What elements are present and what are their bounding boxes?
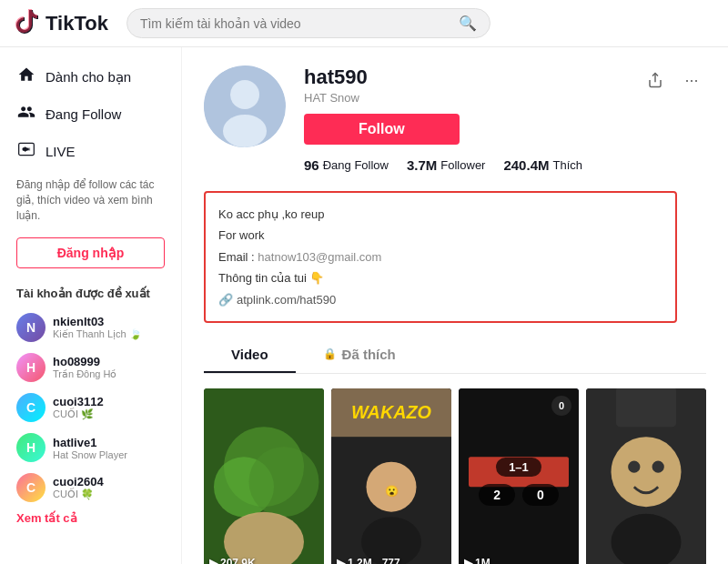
app: TikTok 🔍 Dành cho bạn Đang Follow <box>0 0 728 564</box>
follow-button[interactable]: Follow <box>304 114 460 145</box>
bio-link-text[interactable]: atplink.com/hat590 <box>237 289 336 310</box>
suggest-username-5: cuoi2604 <box>53 475 165 488</box>
svg-point-22 <box>628 461 640 473</box>
lock-icon: 🔒 <box>323 347 337 360</box>
video-thumb-1[interactable]: ▶ 207.9K <box>204 388 324 564</box>
logo[interactable]: TikTok <box>15 8 108 39</box>
svg-point-21 <box>612 437 682 507</box>
tab-liked[interactable]: 🔒 Đã thích <box>296 337 423 373</box>
bio-line-2: For work <box>218 225 662 246</box>
sidebar-item-danh-cho-ban[interactable]: Dành cho bạn <box>7 58 174 96</box>
sidebar: Dành cho bạn Đang Follow ▶ LIVE Đăng nhậ… <box>0 47 182 564</box>
suggest-user-4[interactable]: H hatlive1 Hat Snow Player <box>7 428 174 468</box>
svg-point-4 <box>230 80 259 109</box>
suggest-user-5[interactable]: C cuoi2604 CUỐI 🍀 <box>7 468 174 508</box>
suggest-subname-5: CUỐI 🍀 <box>53 488 165 500</box>
sidebar-item-live[interactable]: ▶ LIVE <box>7 133 174 170</box>
bio-box: Ko acc phụ ,ko reup For work Email : hat… <box>204 191 677 323</box>
bio-line-3: Email : hatnow103@gmail.com <box>218 247 662 267</box>
profile-info: hat590 HAT Snow Follow 96 Đang Follow 3.… <box>304 65 622 176</box>
live-icon: ▶ <box>16 140 36 163</box>
login-description: Đăng nhập để follow các tác giả, thích v… <box>7 170 174 234</box>
stat-follower-num: 3.7M <box>407 157 437 173</box>
profile-content: hat590 HAT Snow Follow 96 Đang Follow 3.… <box>182 47 728 564</box>
suggest-subname-4: Hat Snow Player <box>53 449 165 460</box>
svg-text:😮: 😮 <box>385 484 399 498</box>
stat-following-label: Đang Follow <box>323 158 389 172</box>
svg-rect-24 <box>616 388 676 427</box>
search-bar[interactable]: 🔍 <box>126 8 490 38</box>
stat-following: 96 Đang Follow <box>304 157 389 173</box>
bio-link[interactable]: 🔗 atplink.com/hat590 <box>218 289 662 310</box>
thumb-bg-1 <box>204 388 324 564</box>
suggest-title: Tài khoản được đề xuất <box>7 283 174 307</box>
video-thumb-3[interactable]: 0 1–1 2 0 ▶ 1M <box>459 388 579 564</box>
profile-avatar <box>204 65 286 147</box>
view-count-1: 207.9K <box>220 557 256 564</box>
score-left: 2 <box>479 484 515 506</box>
sidebar-label-danh-cho-ban: Dành cho bạn <box>46 69 131 86</box>
avatar-cuoi2604: C <box>16 473 46 502</box>
thumb-bg-4 <box>586 388 706 564</box>
suggest-username-2: ho08999 <box>53 355 165 368</box>
suggest-user-3[interactable]: C cuoi3112 CUỐI 🌿 <box>7 388 174 428</box>
video-thumb-4[interactable] <box>586 388 706 564</box>
play-icon-2: ▶ <box>337 557 345 564</box>
video-overlay-2: ▶ 1.2M 777 <box>337 557 400 564</box>
stat-follower-label: Follower <box>440 158 485 172</box>
suggest-username-1: nkienlt03 <box>53 315 165 328</box>
sidebar-label-live: LIVE <box>46 144 76 159</box>
play-icon-3: ▶ <box>464 557 472 564</box>
stat-likes-label: Thích <box>552 158 582 172</box>
sidebar-item-dang-follow[interactable]: Đang Follow <box>7 96 174 133</box>
video-thumb-2[interactable]: WAKAZO 😮 ▶ 1.2M 777 <box>331 388 451 564</box>
search-input[interactable] <box>140 16 451 31</box>
thumb-bg-3: 0 1–1 2 0 <box>459 388 579 564</box>
sidebar-label-follow: Đang Follow <box>46 106 121 122</box>
tiktok-logo-icon <box>15 8 40 39</box>
extra-count-2: 777 <box>382 557 400 564</box>
more-button[interactable]: ··· <box>677 65 706 95</box>
suggest-user-1[interactable]: N nkienlt03 Kiến Thanh Lịch 🍃 <box>7 307 174 347</box>
stat-follower: 3.7M Follower <box>407 157 485 173</box>
share-button[interactable] <box>641 65 670 95</box>
videos-grid: ▶ 207.9K WAKAZO <box>204 388 706 564</box>
stat-likes: 240.4M Thích <box>503 157 582 173</box>
profile-nickname: HAT Snow <box>304 91 622 105</box>
stat-likes-num: 240.4M <box>503 157 549 173</box>
avatar-cuoi3112: C <box>16 393 46 422</box>
thumb-bg-2: WAKAZO 😮 <box>331 388 451 564</box>
stats-row: 96 Đang Follow 3.7M Follower 240.4M Thíc… <box>304 157 622 173</box>
video-overlay-3: ▶ 1M <box>464 557 490 564</box>
svg-point-10 <box>249 447 319 517</box>
play-icon-1: ▶ <box>209 557 217 564</box>
profile-action-buttons: ··· <box>641 65 706 95</box>
profile-header: hat590 HAT Snow Follow 96 Đang Follow 3.… <box>204 65 706 176</box>
follow-icon <box>16 103 36 126</box>
view-count-3: 1M <box>475 557 490 564</box>
suggest-subname-3: CUỐI 🌿 <box>53 408 165 420</box>
svg-point-23 <box>652 461 664 473</box>
avatar-ho08999: H <box>16 353 46 382</box>
header: TikTok 🔍 <box>0 0 728 47</box>
bio-line-1: Ko acc phụ ,ko reup <box>218 204 662 225</box>
see-all-link[interactable]: Xem tất cả <box>7 508 86 529</box>
link-icon: 🔗 <box>218 289 233 310</box>
score-badge: 1–1 <box>496 458 541 477</box>
avatar-hatlive1: H <box>16 433 46 462</box>
bio-line-4: Thông tin của tui 👇 <box>218 267 662 288</box>
main-layout: Dành cho bạn Đang Follow ▶ LIVE Đăng nhậ… <box>0 47 728 564</box>
video-overlay-1: ▶ 207.9K <box>209 557 256 564</box>
tab-liked-label: Đã thích <box>342 347 396 362</box>
suggest-subname-2: Trần Đông Hồ <box>53 368 165 380</box>
home-icon <box>16 65 36 88</box>
search-button[interactable]: 🔍 <box>459 15 477 32</box>
suggest-user-2[interactable]: H ho08999 Trần Đông Hồ <box>7 347 174 388</box>
stat-following-num: 96 <box>304 157 319 173</box>
profile-username: hat590 <box>304 65 622 89</box>
login-button[interactable]: Đăng nhập <box>16 237 165 268</box>
counter: 0 <box>551 396 571 416</box>
svg-text:WAKAZO: WAKAZO <box>351 402 432 422</box>
suggest-subname-1: Kiến Thanh Lịch 🍃 <box>53 328 165 340</box>
tab-video[interactable]: Video <box>204 337 296 373</box>
